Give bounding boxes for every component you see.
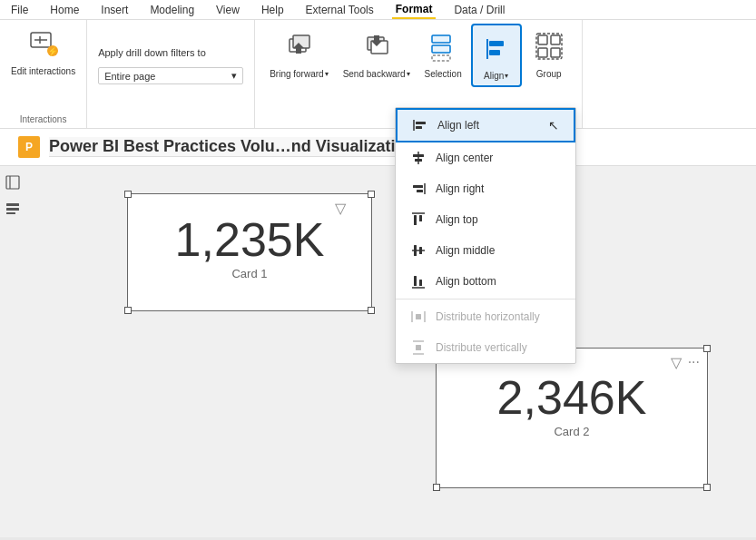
bring-forward-button[interactable]: Bring forward ▾ <box>264 24 333 83</box>
group-button[interactable]: Group <box>525 24 573 83</box>
align-bottom-label: Align bottom <box>436 275 496 288</box>
distribute-vert-icon <box>410 339 427 356</box>
handle-br-card2 <box>703 484 711 491</box>
handle-bl-card2 <box>433 484 440 491</box>
svg-rect-48 <box>6 203 19 206</box>
menu-help[interactable]: Help <box>258 2 288 18</box>
align-bottom-icon <box>410 273 427 290</box>
canvas-title: Power BI Best Practices Volu…nd Visualiz… <box>49 137 415 157</box>
svg-rect-20 <box>551 48 560 57</box>
align-right-label: Align right <box>436 182 484 195</box>
svg-rect-35 <box>414 245 417 256</box>
drill-dropdown[interactable]: Entire page ▾ <box>98 67 243 84</box>
card1-filter-icon[interactable]: ▽ <box>335 200 346 217</box>
menu-home[interactable]: Home <box>46 2 83 18</box>
group-icon <box>531 27 567 67</box>
svg-rect-24 <box>416 126 422 129</box>
handle-tl-card1 <box>124 191 132 198</box>
align-right-icon <box>410 181 427 197</box>
align-center-icon <box>410 150 427 166</box>
selection-button[interactable]: Selection <box>419 24 467 83</box>
align-label: Align ▾ <box>484 71 508 82</box>
svg-rect-19 <box>538 48 547 57</box>
bring-forward-label: Bring forward ▾ <box>270 69 328 80</box>
menu-external-tools[interactable]: External Tools <box>302 2 378 18</box>
align-center-label: Align center <box>436 152 493 164</box>
dropdown-divider <box>396 299 575 299</box>
svg-rect-39 <box>419 280 422 286</box>
align-left-item[interactable]: Align left ↖ <box>396 108 575 142</box>
svg-rect-27 <box>415 159 422 162</box>
svg-rect-18 <box>551 35 560 44</box>
svg-rect-38 <box>414 276 417 286</box>
menu-insert[interactable]: Insert <box>97 2 132 18</box>
svg-rect-11 <box>432 35 450 43</box>
svg-rect-15 <box>489 41 504 46</box>
align-center-item[interactable]: Align center <box>396 142 575 173</box>
align-right-item[interactable]: Align right <box>396 173 575 204</box>
svg-rect-17 <box>538 35 547 44</box>
align-icon <box>478 29 515 69</box>
card2-more-icon[interactable]: ··· <box>688 354 700 370</box>
align-button[interactable]: Align ▾ <box>471 24 522 87</box>
selection-icon <box>425 27 461 67</box>
svg-rect-30 <box>417 190 423 192</box>
align-arrow[interactable]: ▾ <box>505 72 508 81</box>
send-backward-button[interactable]: Send backward ▾ <box>338 24 416 83</box>
svg-rect-33 <box>419 215 422 221</box>
distribute-vertically-item[interactable]: Distribute vertically <box>396 332 575 363</box>
ribbon: ⚡ Edit interactions Interactions Apply d… <box>0 20 756 129</box>
svg-rect-45 <box>416 345 421 350</box>
svg-rect-36 <box>419 247 422 254</box>
svg-rect-12 <box>432 45 450 53</box>
menu-format[interactable]: Format <box>392 1 437 19</box>
svg-rect-49 <box>6 208 19 211</box>
cursor-icon: ↖ <box>548 118 559 133</box>
handle-br-card1 <box>368 307 375 314</box>
sidebar-icon-2[interactable] <box>4 199 22 217</box>
align-middle-item[interactable]: Align middle <box>396 235 575 266</box>
distribute-vert-label: Distribute vertically <box>436 341 527 354</box>
align-middle-label: Align middle <box>436 244 495 257</box>
sidebar-icon-1[interactable] <box>4 173 22 191</box>
svg-text:⚡: ⚡ <box>47 45 59 57</box>
chevron-down-icon: ▾ <box>231 70 237 82</box>
drill-dropdown-value: Entire page <box>104 71 155 82</box>
distribute-horizontally-item[interactable]: Distribute horizontally <box>396 301 575 332</box>
handle-bl-card1 <box>124 307 132 314</box>
bring-forward-icon <box>280 27 317 67</box>
card1-label: Card 1 <box>128 267 371 280</box>
align-left-icon <box>412 117 428 133</box>
menu-file[interactable]: File <box>7 2 32 18</box>
group-label: Group <box>536 69 562 80</box>
svg-rect-46 <box>6 176 19 189</box>
align-middle-icon <box>410 242 427 259</box>
svg-rect-29 <box>413 185 423 188</box>
align-top-item[interactable]: Align top <box>396 204 575 235</box>
svg-rect-16 <box>489 50 500 55</box>
align-top-label: Align top <box>436 213 478 226</box>
send-backward-arrow[interactable]: ▾ <box>407 70 410 79</box>
handle-tr-card1 <box>368 191 375 198</box>
align-dropdown-menu: Align left ↖ Align center Align right <box>395 107 576 364</box>
send-backward-icon <box>358 27 395 67</box>
svg-rect-23 <box>416 122 426 124</box>
distribute-horiz-icon <box>410 309 427 325</box>
bring-forward-arrow[interactable]: ▾ <box>325 70 329 79</box>
canvas-content: 1,235K Card 1 ▽ 2,346K Card 2 ▽ ··· <box>0 166 756 537</box>
edit-interactions-icon: ⚡ <box>25 25 62 62</box>
card-2[interactable]: 2,346K Card 2 ▽ ··· <box>436 348 708 488</box>
interactions-group: ⚡ Edit interactions Interactions <box>0 20 87 128</box>
distribute-horiz-label: Distribute horizontally <box>436 310 540 323</box>
card2-filter-icon[interactable]: ▽ <box>671 354 682 371</box>
menu-view[interactable]: View <box>212 2 243 18</box>
interactions-group-label: Interactions <box>20 114 67 124</box>
align-bottom-item[interactable]: Align bottom <box>396 266 575 297</box>
menu-data-drill[interactable]: Data / Drill <box>450 2 508 18</box>
svg-rect-32 <box>414 215 417 225</box>
card-1[interactable]: 1,235K Card 1 ▽ <box>127 193 372 311</box>
edit-interactions-label[interactable]: Edit interactions <box>11 65 75 77</box>
svg-rect-26 <box>413 154 424 157</box>
send-backward-label: Send backward ▾ <box>343 69 410 80</box>
menu-modeling[interactable]: Modeling <box>146 2 198 18</box>
